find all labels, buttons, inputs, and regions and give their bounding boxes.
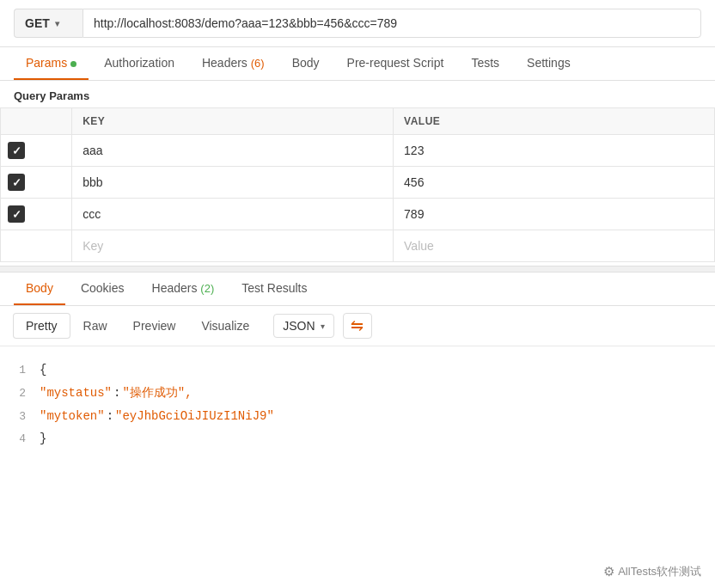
table-row-placeholder: Key Value <box>1 230 715 262</box>
tab-params[interactable]: Params <box>14 47 89 80</box>
url-input[interactable] <box>82 9 701 38</box>
json-line-2: 2 "mystatus" : "操作成功", <box>0 382 715 405</box>
json-key-mystatus: "mystatus" <box>40 383 112 402</box>
row2-value[interactable]: 456 <box>394 167 715 199</box>
table-row: bbb 456 <box>1 167 715 199</box>
query-params-label: Query Params <box>0 81 715 107</box>
fmt-tab-preview[interactable]: Preview <box>121 314 188 338</box>
json-brace-open: { <box>40 360 46 379</box>
row3-checkbox[interactable] <box>8 205 25 223</box>
format-selector-arrow: ▾ <box>321 322 325 331</box>
resp-tab-cookies[interactable]: Cookies <box>69 273 137 305</box>
placeholder-key[interactable]: Key <box>72 230 394 262</box>
col-key: KEY <box>72 108 394 135</box>
tab-tests[interactable]: Tests <box>459 47 511 80</box>
col-value: VALUE <box>394 108 715 135</box>
row2-key[interactable]: bbb <box>72 167 394 199</box>
placeholder-checkbox-cell <box>1 230 72 262</box>
col-checkbox <box>1 108 72 135</box>
resp-tab-headers[interactable]: Headers (2) <box>140 273 227 305</box>
json-colon-2: : <box>107 407 113 426</box>
request-tabs: Params Authorization Headers (6) Body Pr… <box>0 47 715 81</box>
tab-headers[interactable]: Headers (6) <box>190 47 277 80</box>
section-divider <box>0 266 715 273</box>
table-row: ccc 789 <box>1 199 715 230</box>
line-num-4: 4 <box>14 431 40 449</box>
method-selector[interactable]: GET ▾ <box>14 9 82 38</box>
line-num-3: 3 <box>14 408 40 426</box>
fmt-tab-pretty[interactable]: Pretty <box>14 314 70 338</box>
method-chevron-icon: ▾ <box>55 19 59 28</box>
row2-checkbox-cell[interactable] <box>1 167 72 199</box>
fmt-tab-visualize[interactable]: Visualize <box>189 314 261 338</box>
json-brace-close: } <box>40 429 46 448</box>
json-line-4: 4 } <box>0 427 715 450</box>
json-val-mytoken: "eyJhbGciOiJIUzI1NiJ9" <box>115 407 274 426</box>
wrap-button[interactable]: ⇌ <box>343 313 372 339</box>
table-row: aaa 123 <box>1 135 715 167</box>
url-bar: GET ▾ <box>0 0 715 47</box>
tab-settings[interactable]: Settings <box>515 47 583 80</box>
format-tabs-row: Pretty Raw Preview Visualize JSON ▾ ⇌ <box>0 306 715 346</box>
wrap-icon: ⇌ <box>351 316 364 335</box>
row3-value[interactable]: 789 <box>394 199 715 230</box>
json-val-mystatus: "操作成功", <box>122 383 192 402</box>
json-line-1: 1 { <box>0 358 715 382</box>
json-response-view: 1 { 2 "mystatus" : "操作成功", 3 "mytoken" :… <box>0 346 715 462</box>
json-colon-1: : <box>113 383 120 402</box>
row3-checkbox-cell[interactable] <box>1 199 72 230</box>
resp-tab-body[interactable]: Body <box>14 273 65 305</box>
resp-tab-test-results[interactable]: Test Results <box>229 273 319 305</box>
row1-value[interactable]: 123 <box>394 135 715 167</box>
response-tabs: Body Cookies Headers (2) Test Results <box>0 273 715 306</box>
tab-authorization[interactable]: Authorization <box>92 47 186 80</box>
line-num-1: 1 <box>14 362 40 380</box>
row1-checkbox[interactable] <box>8 142 25 159</box>
placeholder-value[interactable]: Value <box>394 230 715 262</box>
row3-key[interactable]: ccc <box>72 199 394 230</box>
format-selector-label: JSON <box>283 319 315 333</box>
fmt-tab-raw[interactable]: Raw <box>71 314 119 338</box>
row2-checkbox[interactable] <box>8 174 25 191</box>
format-selector[interactable]: JSON ▾ <box>273 314 333 338</box>
row1-checkbox-cell[interactable] <box>1 135 72 167</box>
tab-pre-request[interactable]: Pre-request Script <box>335 47 456 80</box>
line-num-2: 2 <box>14 385 40 403</box>
row1-key[interactable]: aaa <box>72 135 394 167</box>
params-dot <box>70 61 76 67</box>
tab-body[interactable]: Body <box>280 47 332 80</box>
json-line-3: 3 "mytoken" : "eyJhbGciOiJIUzI1NiJ9" <box>0 405 715 428</box>
method-label: GET <box>25 16 50 30</box>
json-key-mytoken: "mytoken" <box>40 407 105 426</box>
params-table: KEY VALUE aaa 123 bbb 456 ccc 789 <box>0 107 715 262</box>
